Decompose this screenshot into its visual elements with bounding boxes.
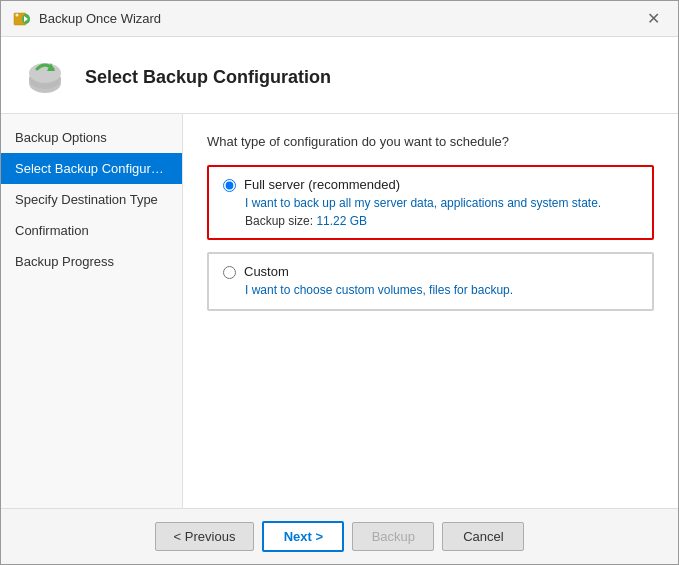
custom-desc: I want to choose custom volumes, files f… [245, 282, 638, 299]
backup-button[interactable]: Backup [352, 522, 434, 551]
size-label: Backup size: [245, 214, 313, 228]
full-server-row: Full server (recommended) [223, 177, 638, 192]
page-title: Select Backup Configuration [85, 67, 331, 88]
full-server-label: Full server (recommended) [244, 177, 400, 192]
previous-button[interactable]: < Previous [155, 522, 255, 551]
title-bar-title: Backup Once Wizard [39, 11, 161, 26]
full-server-size: Backup size: 11.22 GB [245, 214, 638, 228]
wizard-icon [13, 10, 31, 28]
footer: < Previous Next > Backup Cancel [1, 508, 678, 564]
size-value: 11.22 GB [316, 214, 367, 228]
sidebar-item-specify-destination[interactable]: Specify Destination Type [1, 184, 182, 215]
next-button[interactable]: Next > [262, 521, 344, 552]
full-server-option-box[interactable]: Full server (recommended) I want to back… [207, 165, 654, 240]
custom-option-box[interactable]: Custom I want to choose custom volumes, … [207, 252, 654, 311]
sidebar-item-select-backup[interactable]: Select Backup Configurat... [1, 153, 182, 184]
custom-radio[interactable] [223, 266, 236, 279]
cancel-button[interactable]: Cancel [442, 522, 524, 551]
sidebar-item-backup-progress[interactable]: Backup Progress [1, 246, 182, 277]
header-section: Select Backup Configuration [1, 37, 678, 114]
full-server-radio[interactable] [223, 179, 236, 192]
custom-row: Custom [223, 264, 638, 279]
title-bar: Backup Once Wizard ✕ [1, 1, 678, 37]
svg-point-2 [16, 13, 19, 16]
main-content: What type of configuration do you want t… [183, 114, 678, 508]
full-server-desc: I want to back up all my server data, ap… [245, 195, 638, 212]
sidebar: Backup Options Select Backup Configurat.… [1, 114, 183, 508]
sidebar-item-backup-options[interactable]: Backup Options [1, 122, 182, 153]
sidebar-item-confirmation[interactable]: Confirmation [1, 215, 182, 246]
custom-label: Custom [244, 264, 289, 279]
backup-icon [21, 53, 69, 101]
content-area: Backup Options Select Backup Configurat.… [1, 114, 678, 508]
close-button[interactable]: ✕ [641, 9, 666, 29]
main-question: What type of configuration do you want t… [207, 134, 654, 149]
title-bar-left: Backup Once Wizard [13, 10, 161, 28]
wizard-window: Backup Once Wizard ✕ Select Backup Confi… [0, 0, 679, 565]
